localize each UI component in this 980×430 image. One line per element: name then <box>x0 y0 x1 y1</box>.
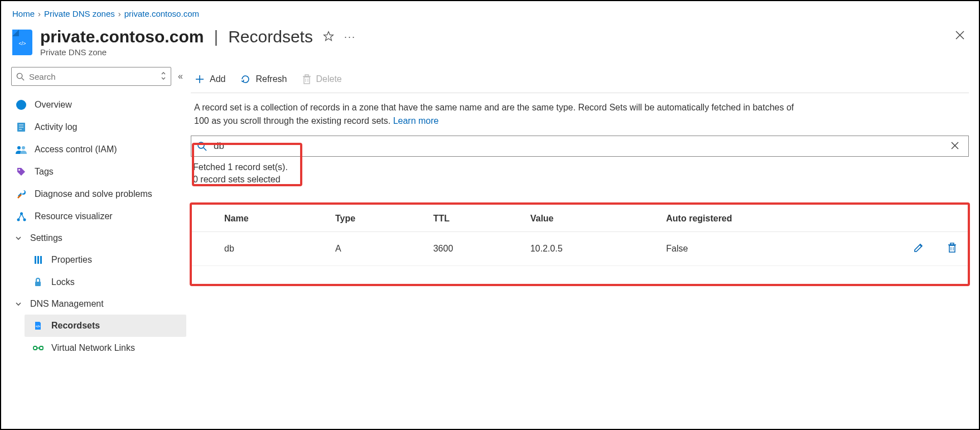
sidebar: « Overview Activity log Access control (… <box>1 67 191 417</box>
title-divider: | <box>214 27 218 46</box>
button-label: Refresh <box>255 74 287 84</box>
svg-line-18 <box>21 214 25 220</box>
delete-row-icon[interactable] <box>947 245 957 255</box>
clear-filter-icon[interactable] <box>947 140 963 153</box>
sidebar-item-diagnose[interactable]: Diagnose and solve problems <box>8 183 186 205</box>
sidebar-item-overview[interactable]: Overview <box>8 94 186 116</box>
breadcrumb-current[interactable]: private.contoso.com <box>124 9 199 18</box>
row-checkbox-cell[interactable] <box>191 232 219 266</box>
svg-rect-20 <box>37 256 39 264</box>
header-ttl[interactable]: TTL <box>428 206 525 232</box>
svg-rect-43 <box>950 243 954 245</box>
sidebar-item-label: Diagnose and solve problems <box>35 189 152 199</box>
button-label: Delete <box>316 74 342 84</box>
cell-auto-registered: False <box>660 232 902 266</box>
selected-count-text: 0 record sets selected <box>193 175 969 185</box>
page-header: </> private.contoso.com | Recordsets ···… <box>1 22 979 67</box>
sidebar-item-recordsets[interactable]: </> Recordsets <box>25 315 186 337</box>
svg-rect-29 <box>304 77 310 84</box>
resource-subtitle: Private DNS zone <box>40 47 356 57</box>
main-content: Add Refresh Delete A record set is a col… <box>191 67 979 417</box>
sidebar-item-label: Activity log <box>35 122 77 132</box>
sidebar-item-tags[interactable]: Tags <box>8 161 186 183</box>
svg-rect-33 <box>305 75 308 76</box>
breadcrumb-separator: › <box>38 9 41 18</box>
learn-more-link[interactable]: Learn more <box>393 116 439 125</box>
chevron-down-icon <box>13 234 23 242</box>
tag-icon <box>16 166 27 177</box>
recordset-icon: </> <box>32 320 44 331</box>
refresh-button[interactable]: Refresh <box>240 74 287 85</box>
svg-line-5 <box>22 78 24 80</box>
header-value[interactable]: Value <box>525 206 661 232</box>
breadcrumb-zones[interactable]: Private DNS zones <box>44 9 115 18</box>
breadcrumb-home[interactable]: Home <box>12 9 35 18</box>
table-row[interactable]: db A 3600 10.2.0.5 False <box>191 232 969 266</box>
svg-line-17 <box>18 214 22 220</box>
cell-ttl: 3600 <box>428 232 525 266</box>
sidebar-group-dns-management[interactable]: DNS Management <box>8 293 186 315</box>
sidebar-search-input[interactable] <box>29 72 118 81</box>
sidebar-item-label: Overview <box>35 100 72 110</box>
svg-marker-1 <box>324 31 334 40</box>
sidebar-group-settings[interactable]: Settings <box>8 228 186 249</box>
resource-title: private.contoso.com <box>40 27 204 46</box>
svg-point-11 <box>22 146 25 149</box>
lock-icon <box>32 277 44 288</box>
header-name[interactable]: Name <box>219 206 330 232</box>
chevron-down-icon <box>13 300 23 308</box>
sidebar-item-resource-visualizer[interactable]: Resource visualizer <box>8 205 186 228</box>
breadcrumb: Home › Private DNS zones › private.conto… <box>1 1 979 22</box>
section-title: Recordsets <box>228 27 313 46</box>
svg-text:</>: </> <box>36 325 41 328</box>
globe-icon <box>16 99 27 110</box>
collapse-sidebar-icon[interactable]: « <box>178 71 183 81</box>
svg-point-34 <box>198 142 204 148</box>
svg-text:</>: </> <box>18 41 26 46</box>
edit-row-icon[interactable] <box>913 245 924 255</box>
sidebar-item-properties[interactable]: Properties <box>25 249 186 271</box>
header-auto-registered[interactable]: Auto registered <box>660 206 902 232</box>
sidebar-item-iam[interactable]: Access control (IAM) <box>8 138 186 161</box>
sidebar-item-activity-log[interactable]: Activity log <box>8 116 186 138</box>
svg-rect-39 <box>949 245 955 252</box>
svg-rect-24 <box>33 346 37 350</box>
recordsets-table: Name Type TTL Value Auto registered d <box>191 206 969 266</box>
add-button[interactable]: Add <box>194 74 225 85</box>
more-menu-icon[interactable]: ··· <box>344 31 356 43</box>
log-icon <box>16 122 27 133</box>
svg-point-10 <box>17 146 21 149</box>
sidebar-item-label: Virtual Network Links <box>51 343 135 353</box>
close-icon[interactable] <box>954 30 965 44</box>
graph-icon <box>16 211 27 222</box>
button-label: Add <box>210 74 225 84</box>
favorite-star-icon[interactable] <box>323 31 334 44</box>
sidebar-item-label: Recordsets <box>51 321 100 331</box>
cell-type: A <box>330 232 428 266</box>
command-bar: Add Refresh Delete <box>191 67 969 93</box>
description-body: A record set is a collection of records … <box>194 103 794 125</box>
svg-rect-19 <box>35 256 36 264</box>
sidebar-item-label: Properties <box>51 255 92 265</box>
expand-collapse-icon[interactable] <box>161 71 166 82</box>
record-filter-box[interactable] <box>191 136 969 157</box>
svg-rect-21 <box>40 256 42 264</box>
header-delete-col <box>935 206 969 232</box>
svg-rect-25 <box>40 346 43 350</box>
sidebar-item-virtual-network-links[interactable]: Virtual Network Links <box>25 337 186 359</box>
sidebar-group-label: Settings <box>30 233 62 243</box>
trash-icon <box>302 74 312 85</box>
people-icon <box>16 144 27 155</box>
sidebar-item-locks[interactable]: Locks <box>25 271 186 293</box>
search-icon <box>197 141 207 151</box>
header-edit-col <box>902 206 935 232</box>
properties-icon <box>32 254 44 265</box>
svg-point-12 <box>18 169 20 171</box>
sidebar-search-box[interactable] <box>11 67 171 86</box>
record-filter-input[interactable] <box>214 141 940 152</box>
header-type[interactable]: Type <box>330 206 428 232</box>
svg-point-4 <box>17 73 22 78</box>
search-icon <box>16 73 25 81</box>
wrench-icon <box>16 189 27 200</box>
svg-line-35 <box>204 148 206 151</box>
